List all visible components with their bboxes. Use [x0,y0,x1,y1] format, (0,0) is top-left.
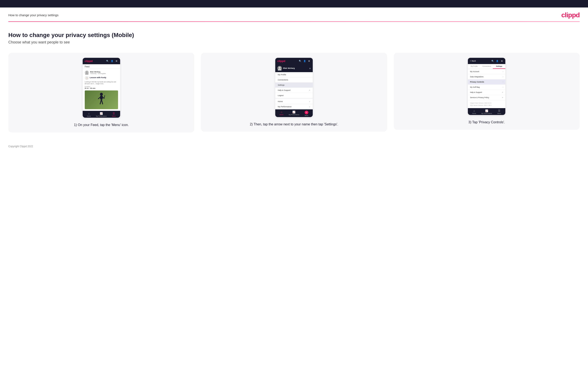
profile-icon-3: 👤 [496,59,499,62]
nav-home-label-2: Home [280,114,284,115]
phone-2-icons: 🔍 👤 ⚙ [299,60,311,63]
performance-icon: 📈 [100,112,103,115]
menu-username: Blair McHarg [283,67,295,69]
menu-item-logout[interactable]: Logout [275,93,313,98]
header: How to change your privacy settings clip… [0,8,588,21]
svg-point-2 [100,93,103,96]
settings-icon-2: ⚙ [308,60,311,63]
feed-user-row: Blair McHarg Yesterday · Sunningdale [85,70,118,75]
svg-point-0 [86,71,88,73]
nav-home-3: ⌂ Home [468,109,480,114]
settings-icon-3: ⚙ [500,59,503,62]
lesson-desc: Looking to feel like my hands are exitin… [85,81,118,85]
nav-menu-label-3: Menu [497,113,501,114]
settings-back-bar: < Back 🔍 👤 ⚙ [468,58,505,64]
menu-section-performance[interactable]: My Performance ∨ [275,104,313,109]
close-menu-button[interactable]: ✕ [305,111,308,114]
tab-my-profile[interactable]: My Profile [468,64,480,69]
menu-user-avatar [277,66,282,70]
phone-3-icons: 🔍 👤 ⚙ [491,59,503,62]
nav-home-label-3: Home [472,113,476,114]
nav-menu-label-2: Menu [305,115,308,116]
feed-avatar [85,70,89,75]
settings-my-golf-bag[interactable]: My Golf Bag › [468,85,505,90]
lesson-title: Lesson with Fordy [90,76,106,79]
menu-icon-3: ☰ [498,109,500,112]
step-1-card: clippd 🔍 👤 ⚙ Feed [8,53,194,133]
menu-items-container: My Profile Connections Settings Help & S… [275,72,313,109]
feed-tab: Feed [83,64,120,69]
home-icon: ⌂ [88,112,89,115]
home-icon-3: ⌂ [474,109,475,112]
home-chevron: ∨ [309,101,310,102]
settings-service-privacy[interactable]: Service & Privacy Policy ↗ [468,95,505,100]
phone-1-logo: clippd [85,59,93,63]
copyright-text: Copyright Clippd 2022 [8,145,33,148]
help-ext-icon: ↗ [502,92,503,93]
nav-close[interactable]: ✕ Menu [300,111,313,116]
profile-icon: 👤 [111,60,113,63]
phone-2-app-bar: clippd 🔍 👤 ⚙ [275,58,313,64]
phone-2-logo: clippd [277,59,285,63]
menu-user-row: Blair McHarg ∧ [275,64,313,72]
phone-1-icons: 🔍 👤 ⚙ [106,60,118,63]
nav-performance-label-3: My Performance [481,113,492,114]
phone-2-mockup: clippd 🔍 👤 ⚙ Blair McHarg ∧ [275,58,313,117]
header-title: How to change your privacy settings [8,13,59,17]
tab-connections[interactable]: Connections [480,64,493,69]
footer: Copyright Clippd 2022 [0,141,588,152]
menu-item-help[interactable]: Help & Support [275,88,313,93]
duration-value: 01 hr : 30 min [85,87,118,89]
back-button[interactable]: < Back [470,60,476,62]
nav-performance-3: 📈 My Performance [480,109,493,114]
nav-menu-label: Menu [112,115,116,117]
feed-post: Blair McHarg Yesterday · Sunningdale 📋 L… [83,69,120,111]
svg-line-5 [101,99,103,104]
lesson-icon: 📋 [85,76,89,80]
golf-bag-arrow: › [503,86,503,88]
perf-chevron: ∨ [309,106,310,108]
nav-home-label: Home [87,115,91,117]
menu-item-connections[interactable]: Connections [275,77,313,83]
nav-performance: 📈 My Performance [95,112,108,117]
search-icon-3: 🔍 [491,59,494,62]
svg-point-10 [278,69,282,70]
settings-list: My Account › Data Integrations › Privacy… [468,69,505,100]
steps-container: clippd 🔍 👤 ⚙ Feed [8,53,580,133]
menu-item-profile[interactable]: My Profile [275,72,313,77]
settings-help-support[interactable]: Help & Support ↗ [468,90,505,95]
feed-user-sub: Yesterday · Sunningdale [90,73,106,74]
settings-data-integrations[interactable]: Data Integrations › [468,74,505,79]
feed-username: Blair McHarg [90,71,106,73]
expand-chevron[interactable]: ∧ [309,67,311,69]
tab-settings[interactable]: Settings [493,64,505,69]
nav-performance-label-2: My Performance [289,114,299,115]
menu-icon: ☰ [113,112,115,115]
duration-label: Duration [85,86,118,87]
nav-performance-2: 📈 My Performance [288,111,300,116]
nav-performance-label: My Performance [96,115,107,117]
nav-menu-3[interactable]: ☰ Menu [493,109,505,114]
performance-icon-2: 📈 [292,111,295,114]
step-3-card: < Back 🔍 👤 ⚙ My Profile Connections Sett… [394,53,580,130]
nav-home: ⌂ Home [83,112,95,117]
version-info: Clippd Client Version: 2022.8.3-3GQL Ser… [468,100,505,108]
settings-privacy-controls[interactable]: Privacy Controls › [468,79,505,85]
main-content: How to change your privacy settings (Mob… [0,22,588,141]
menu-section-home[interactable]: Home ∨ [275,99,313,104]
settings-icon: ⚙ [115,60,118,63]
search-icon-2: 🔍 [299,60,302,63]
nav-menu[interactable]: ☰ Menu [108,112,120,117]
performance-icon-3: 📈 [485,109,488,112]
svg-rect-3 [100,96,103,99]
svg-point-9 [279,67,281,69]
menu-user-left: Blair McHarg [277,66,295,70]
nav-home-2: ⌂ Home [275,111,288,116]
step-2-description: 2) Then, tap the arrow next to your name… [250,122,338,127]
search-icon: 🔍 [106,60,109,63]
settings-my-account[interactable]: My Account › [468,69,505,74]
phone-1-bottom-nav: ⌂ Home 📈 My Performance ☰ Menu [83,111,120,118]
data-integrations-arrow: › [503,76,503,78]
phone-2-bottom-nav: ⌂ Home 📈 My Performance ✕ Menu [275,109,313,117]
menu-item-settings[interactable]: Settings [275,83,313,88]
